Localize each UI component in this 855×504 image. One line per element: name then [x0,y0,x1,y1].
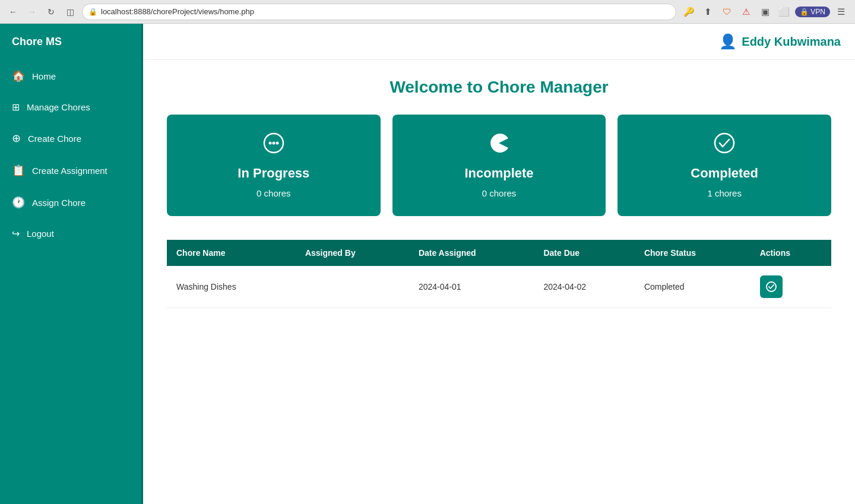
alert-icon-btn[interactable]: ⚠ [738,4,755,20]
col-chore-name: Chore Name [167,240,296,266]
action-complete-button[interactable] [760,275,783,298]
svg-point-3 [276,142,278,145]
cell-assigned-by [296,266,409,308]
layout-button[interactable]: ▣ [757,4,774,20]
cell-actions [750,266,831,308]
in-progress-title: In Progress [238,166,309,181]
user-avatar-icon: 👤 [719,33,737,50]
sidebar-item-logout-label: Logout [27,229,54,239]
in-progress-icon [263,132,284,159]
sidebar-item-create-assignment[interactable]: 📋 Create Assignment [0,154,141,186]
table-row: Washing Dishes 2024-04-01 2024-04-02 Com… [167,266,831,308]
sidebar-item-manage-chores-label: Manage Chores [27,102,90,112]
logout-icon: ↪ [12,228,20,239]
sidebar-logo: Chore MS [0,24,141,54]
sidebar-item-assign-chore[interactable]: 🕐 Assign Chore [0,186,141,218]
sidebar-item-create-assignment-label: Create Assignment [32,166,107,176]
grid-icon: ⊞ [12,102,20,113]
sidebar-item-logout[interactable]: ↪ Logout [0,218,141,249]
sidebar-nav: 🏠 Home ⊞ Manage Chores ⊕ Create Chore 📋 … [0,60,141,249]
col-date-due: Date Due [534,240,634,266]
table-header: Chore Name Assigned By Date Assigned Dat… [167,240,831,266]
app-container: Chore MS 🏠 Home ⊞ Manage Chores ⊕ Create… [0,24,855,504]
table-header-row: Chore Name Assigned By Date Assigned Dat… [167,240,831,266]
main-content: 👤 Eddy Kubwimana Welcome to Chore Manage… [143,24,855,504]
col-actions: Actions [750,240,831,266]
incomplete-count: 0 chores [482,188,517,198]
clipboard-icon: 📋 [12,164,25,177]
cell-chore-status: Completed [635,266,750,308]
sidebar: Chore MS 🏠 Home ⊞ Manage Chores ⊕ Create… [0,24,143,504]
screenshot-button[interactable]: ⬜ [776,4,793,20]
plus-circle-icon: ⊕ [12,132,21,145]
col-assigned-by: Assigned By [296,240,409,266]
page-content: Welcome to Chore Manager In Progress 0 [143,60,855,504]
browser-actions: 🔑 ⬆ 🛡 ⚠ ▣ ⬜ 🔒 VPN ☰ [681,4,849,20]
brave-icon-btn[interactable]: 🛡 [719,4,736,20]
sidebar-item-create-chore[interactable]: ⊕ Create Chore [0,122,141,154]
refresh-button[interactable]: ↻ [44,5,58,19]
url-bar[interactable]: 🔒 localhost:8888/choreProject/views/home… [82,4,676,20]
col-chore-status: Chore Status [635,240,750,266]
home-icon: 🏠 [12,69,25,83]
stat-card-completed: Completed 1 chores [618,115,831,216]
cell-date-due: 2024-04-02 [534,266,634,308]
chores-table: Chore Name Assigned By Date Assigned Dat… [167,240,831,308]
page-title: Welcome to Chore Manager [167,78,831,97]
svg-point-2 [272,142,275,145]
bookmark-button[interactable]: ◫ [63,5,77,19]
clock-icon: 🕐 [12,196,25,209]
user-info: 👤 Eddy Kubwimana [719,33,841,50]
completed-count: 1 chores [707,188,742,198]
cell-date-assigned: 2024-04-01 [409,266,534,308]
sidebar-item-home[interactable]: 🏠 Home [0,60,141,92]
sidebar-item-manage-chores[interactable]: ⊞ Manage Chores [0,92,141,122]
stats-grid: In Progress 0 chores Incomplete 0 chores [167,115,831,216]
cell-chore-name: Washing Dishes [167,266,296,308]
url-text: localhost:8888/choreProject/views/home.p… [101,7,254,16]
stat-card-in-progress: In Progress 0 chores [167,115,381,216]
sidebar-item-home-label: Home [32,71,56,81]
username-label: Eddy Kubwimana [742,35,841,49]
sidebar-item-create-chore-label: Create Chore [28,134,81,144]
table-body: Washing Dishes 2024-04-01 2024-04-02 Com… [167,266,831,308]
svg-point-5 [715,134,734,153]
incomplete-title: Incomplete [464,166,533,181]
check-circle-icon [766,281,777,292]
completed-icon [714,132,735,159]
share-button[interactable]: ⬆ [700,4,717,20]
svg-point-1 [268,142,271,145]
sidebar-item-assign-chore-label: Assign Chore [32,198,86,208]
svg-point-6 [767,282,776,291]
menu-button[interactable]: ☰ [832,4,849,20]
main-header: 👤 Eddy Kubwimana [143,24,855,60]
stat-card-incomplete: Incomplete 0 chores [392,115,606,216]
back-button[interactable]: ← [6,5,20,19]
key-icon-btn[interactable]: 🔑 [681,4,698,20]
forward-button[interactable]: → [25,5,39,19]
completed-title: Completed [691,166,758,181]
vpn-button[interactable]: 🔒 VPN [795,7,830,17]
incomplete-icon [488,132,509,159]
lock-icon: 🔒 [88,8,97,16]
in-progress-count: 0 chores [256,188,291,198]
browser-chrome: ← → ↻ ◫ 🔒 localhost:8888/choreProject/vi… [0,0,855,24]
col-date-assigned: Date Assigned [409,240,534,266]
